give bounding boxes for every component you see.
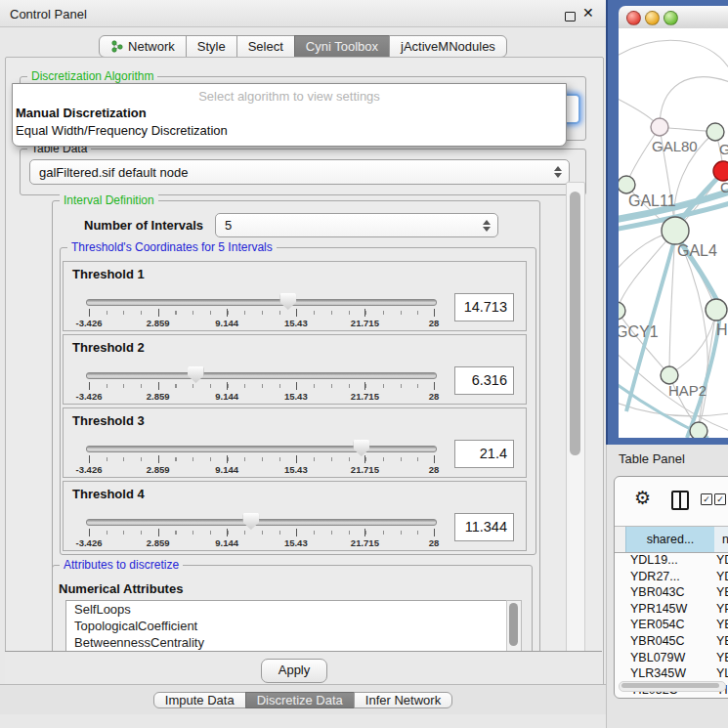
network-window-titlebar bbox=[619, 6, 728, 29]
node-gcy1[interactable] bbox=[619, 302, 625, 320]
group-title: Threshold's Coordinates for 5 Intervals bbox=[67, 240, 277, 254]
panel-scrollbar[interactable] bbox=[566, 182, 585, 653]
node-h[interactable] bbox=[706, 299, 727, 321]
slider-ticks bbox=[89, 529, 435, 536]
list-item[interactable]: TopologicalCoefficient bbox=[66, 618, 506, 634]
table-row[interactable]: YDL19...YDL1 bbox=[615, 553, 728, 570]
group-title: Interval Definition bbox=[60, 193, 158, 207]
slider-tick-labels: -3.4262.8599.14415.4321.71528 bbox=[89, 318, 434, 328]
list-scrollbar[interactable] bbox=[506, 600, 522, 651]
apply-row: Apply bbox=[5, 652, 602, 684]
slider-track[interactable] bbox=[86, 519, 437, 526]
node-gal11[interactable] bbox=[619, 176, 635, 193]
tab-infer-network[interactable]: Infer Network bbox=[354, 692, 452, 708]
threshold-1-panel: Threshold 1 -3.4262.8599.14415.4321.7152… bbox=[63, 261, 527, 331]
node-top-right[interactable] bbox=[707, 123, 724, 141]
threshold-3-value-field[interactable]: 21.4 bbox=[454, 440, 514, 468]
table-row[interactable]: YDR27...YDR2 bbox=[615, 570, 728, 586]
node-red[interactable] bbox=[713, 161, 728, 181]
column-header-shared[interactable]: shared... bbox=[625, 527, 715, 552]
slider-ticks bbox=[89, 382, 435, 390]
gear-icon[interactable]: ⚙ bbox=[634, 487, 651, 509]
node-label: GAL80 bbox=[652, 138, 698, 154]
node-label: H bbox=[716, 321, 728, 338]
slider-thumb[interactable] bbox=[353, 440, 369, 456]
apply-button[interactable]: Apply bbox=[261, 659, 327, 683]
threshold-4-slider[interactable]: -3.4262.8599.14415.4321.71528 bbox=[89, 513, 434, 548]
slider-tick-labels: -3.4262.8599.14415.4321.71528 bbox=[89, 391, 434, 402]
threshold-1-slider[interactable]: -3.4262.8599.14415.4321.71528 bbox=[89, 293, 434, 328]
zoom-traffic-light-icon[interactable] bbox=[664, 11, 678, 25]
checkbox-icon[interactable]: ✓ bbox=[701, 493, 712, 505]
node-label: GAL4 bbox=[677, 242, 717, 259]
dropdown-item-equal-width-frequency[interactable]: Equal Width/Frequency Discretization bbox=[15, 123, 228, 138]
threshold-label: Threshold 3 bbox=[72, 413, 145, 428]
threshold-2-value-field[interactable]: 6.316 bbox=[454, 366, 514, 395]
node-gal80[interactable] bbox=[651, 118, 668, 136]
dropdown-item-manual-discretization[interactable]: Manual Discretization bbox=[15, 106, 147, 120]
slider-track[interactable] bbox=[86, 299, 437, 306]
table-header-row: shared... na bbox=[615, 526, 728, 553]
threshold-4-value-field[interactable]: 11.344 bbox=[454, 513, 514, 541]
table-scrollbar-thumb[interactable] bbox=[621, 683, 719, 688]
stepper-icon bbox=[483, 220, 491, 232]
slider-track[interactable] bbox=[86, 446, 437, 452]
columns-icon[interactable] bbox=[671, 491, 689, 510]
minimize-traffic-light-icon[interactable] bbox=[645, 11, 660, 25]
numerical-attributes-label: Numerical Attributes bbox=[59, 581, 183, 596]
slider-ticks bbox=[89, 455, 435, 463]
threshold-2-slider[interactable]: -3.4262.8599.14415.4321.71528 bbox=[89, 366, 434, 402]
checkbox-icon[interactable]: ✓ bbox=[714, 493, 726, 505]
table-row[interactable]: YER054CYER0 bbox=[615, 618, 728, 634]
column-header-name[interactable]: na bbox=[714, 527, 728, 552]
list-item[interactable]: BetweennessCentrality bbox=[66, 634, 506, 651]
threshold-4-panel: Threshold 4 -3.4262.8599.14415.4321.7152… bbox=[63, 481, 527, 551]
table-row[interactable]: YBR045CYBR0 bbox=[615, 634, 728, 651]
slider-track[interactable] bbox=[86, 372, 437, 379]
table-row[interactable]: YPR145WYPR1 bbox=[615, 602, 728, 619]
table-data-combobox[interactable]: galFiltered.sif default node bbox=[29, 159, 570, 185]
node-gal4[interactable] bbox=[662, 217, 689, 244]
number-of-intervals-combobox[interactable]: 5 bbox=[215, 213, 498, 237]
table-row[interactable]: YBL079WYBL0 bbox=[615, 651, 728, 667]
dropdown-hint: Select algorithm to view settings bbox=[13, 89, 566, 104]
threshold-3-slider[interactable]: -3.4262.8599.14415.4321.71528 bbox=[89, 440, 434, 475]
stepper-icon bbox=[554, 166, 562, 178]
panel-scrollbar-thumb[interactable] bbox=[570, 192, 580, 455]
table-panel: ⚙ ✓ ✓ shared... na YDL19...YDL1 YDR27...… bbox=[614, 476, 728, 699]
slider-tick-labels: -3.4262.8599.14415.4321.71528 bbox=[89, 464, 434, 475]
list-scrollbar-thumb[interactable] bbox=[509, 603, 518, 646]
threshold-3-panel: Threshold 3 -3.4262.8599.14415.4321.7152… bbox=[63, 407, 527, 478]
close-traffic-light-icon[interactable] bbox=[626, 11, 641, 25]
number-of-intervals-label: Number of Intervals bbox=[84, 218, 203, 233]
table-row[interactable]: YBR043CYBR0 bbox=[615, 585, 728, 602]
group-title: Attributes to discretize bbox=[60, 558, 183, 572]
node-bottom[interactable] bbox=[690, 422, 707, 438]
tab-impute-data[interactable]: Impute Data bbox=[153, 692, 246, 708]
list-item[interactable]: SelfLoops bbox=[66, 601, 506, 618]
node-label: C bbox=[720, 179, 728, 195]
slider-thumb[interactable] bbox=[242, 513, 259, 530]
table-panel-title: Table Panel bbox=[619, 451, 685, 466]
node-label: HAP2 bbox=[668, 382, 707, 399]
threshold-2-panel: Threshold 2 -3.4262.8599.14415.4321.7152… bbox=[63, 334, 527, 405]
slider-ticks bbox=[89, 309, 435, 317]
table-horizontal-scrollbar[interactable] bbox=[619, 681, 726, 692]
algorithm-dropdown-popup: Select algorithm to view settings Manual… bbox=[12, 83, 567, 147]
node-label: GAL11 bbox=[628, 193, 676, 209]
tab-discretize-data[interactable]: Discretize Data bbox=[245, 692, 355, 708]
node-label: GCY1 bbox=[619, 323, 659, 340]
combo-value: 5 bbox=[225, 218, 232, 233]
slider-thumb[interactable] bbox=[188, 366, 204, 383]
numerical-attributes-list[interactable]: SelfLoops TopologicalCoefficient Between… bbox=[65, 600, 507, 651]
group-title: Discretization Algorithm bbox=[27, 69, 157, 83]
slider-thumb[interactable] bbox=[279, 293, 296, 310]
slider-tick-labels: -3.4262.8599.14415.4321.71528 bbox=[89, 537, 434, 548]
network-canvas[interactable]: GAL80 G GAL11 C GAL4 GCY1 H HAP2 bbox=[619, 28, 728, 438]
threshold-1-value-field[interactable]: 14.713 bbox=[454, 293, 514, 321]
bottom-tab-bar: Impute Data Discretize Data Infer Networ… bbox=[0, 684, 606, 714]
node-label: G bbox=[719, 141, 728, 157]
threshold-label: Threshold 1 bbox=[72, 267, 145, 281]
threshold-label: Threshold 4 bbox=[72, 487, 145, 501]
threshold-label: Threshold 2 bbox=[72, 340, 145, 355]
